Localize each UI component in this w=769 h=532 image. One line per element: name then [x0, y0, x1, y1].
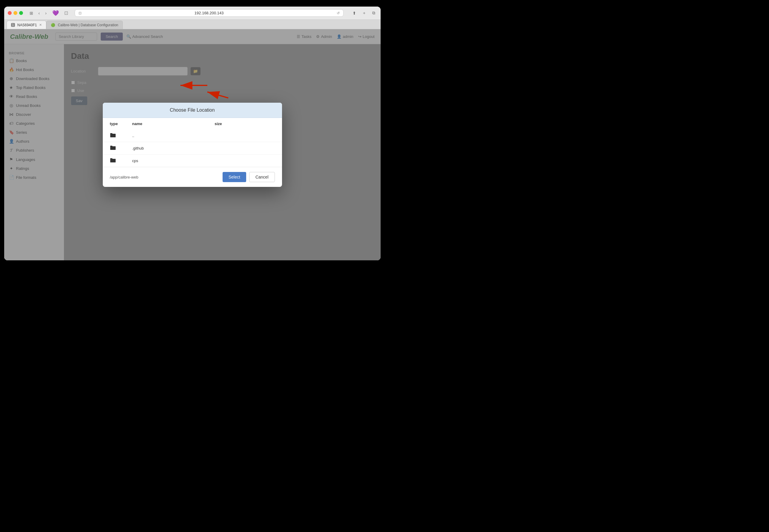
- app-content: Calibre-Web Search 🔍 Advanced Search ☰ T…: [4, 29, 380, 260]
- new-tab-button[interactable]: ＋: [360, 9, 368, 17]
- folder-icon-github: [110, 145, 116, 151]
- address-text[interactable]: 192.168.200.143: [84, 11, 334, 15]
- file-row-parent[interactable]: ..: [103, 130, 282, 142]
- cancel-button[interactable]: Cancel: [249, 172, 275, 182]
- file-row-cps[interactable]: cps: [103, 155, 282, 167]
- current-path: /app/calibre-web: [110, 175, 138, 179]
- file-size-github: [214, 142, 282, 155]
- col-size: size: [214, 118, 282, 130]
- col-type: type: [103, 118, 125, 130]
- dialog-footer: /app/calibre-web Select Cancel: [103, 167, 282, 187]
- reader-icon: ⊡: [63, 10, 70, 16]
- toolbar-icons: ⬆ ＋ ⧉: [351, 9, 377, 17]
- file-name-github: .github: [125, 142, 214, 155]
- file-type-github: [103, 142, 125, 155]
- sidebar-toggle-button[interactable]: ⊞: [28, 10, 35, 17]
- title-bar: ⊞ ‹ › 💜 ⊡ ⊡ 192.168.200.143 ↺ ⬆ ＋ ⧉: [4, 7, 380, 20]
- traffic-lights: [8, 11, 23, 15]
- file-type-parent: [103, 130, 125, 142]
- browser-icon: 💜: [51, 10, 60, 16]
- svg-line-2: [207, 92, 228, 98]
- file-location-dialog: Choose File Location type name size: [103, 103, 282, 187]
- folder-icon-cps: [110, 158, 116, 164]
- close-button[interactable]: [8, 11, 12, 15]
- translate-icon: ⊡: [79, 11, 82, 15]
- back-button[interactable]: ‹: [37, 10, 42, 17]
- tab-close-nas[interactable]: ✕: [39, 23, 42, 27]
- tab-label-nas: NAS6940F1: [17, 23, 37, 27]
- folder-icon-parent: [110, 133, 116, 139]
- file-type-cps: [103, 155, 125, 167]
- file-row-github[interactable]: .github: [103, 142, 282, 155]
- tab-nas[interactable]: 1 NAS6940F1 ✕: [7, 21, 47, 29]
- refresh-icon[interactable]: ↺: [337, 11, 340, 15]
- dialog-buttons: Select Cancel: [222, 172, 275, 182]
- select-button[interactable]: Select: [222, 172, 246, 182]
- browser-controls: ⊞ ‹ ›: [28, 10, 48, 17]
- file-table: type name size ..: [103, 118, 282, 167]
- tab-number: 1: [11, 23, 15, 27]
- dialog-header: Choose File Location: [103, 103, 282, 118]
- maximize-button[interactable]: [19, 11, 23, 15]
- file-size-cps: [214, 155, 282, 167]
- file-name-cps: cps: [125, 155, 214, 167]
- browser-window: ⊞ ‹ › 💜 ⊡ ⊡ 192.168.200.143 ↺ ⬆ ＋ ⧉ 1 NA…: [4, 7, 380, 260]
- share-button[interactable]: ⬆: [351, 9, 358, 17]
- tabs-button[interactable]: ⧉: [370, 9, 377, 17]
- forward-button[interactable]: ›: [43, 10, 48, 17]
- file-size-parent: [214, 130, 282, 142]
- file-name-parent: ..: [125, 130, 214, 142]
- col-name: name: [125, 118, 214, 130]
- address-bar[interactable]: ⊡ 192.168.200.143 ↺: [75, 9, 343, 17]
- tab-label-config: Calibre-Web | Database Configuration: [58, 23, 118, 27]
- calibre-tab-favicon: 🟢: [51, 23, 55, 27]
- minimize-button[interactable]: [13, 11, 17, 15]
- dialog-body: type name size ..: [103, 118, 282, 167]
- tab-bar: 1 NAS6940F1 ✕ 🟢 Calibre-Web | Database C…: [4, 20, 380, 29]
- modal-overlay: Choose File Location type name size: [4, 29, 380, 260]
- tab-calibre-config[interactable]: 🟢 Calibre-Web | Database Configuration: [46, 21, 122, 29]
- dialog-title: Choose File Location: [170, 107, 214, 113]
